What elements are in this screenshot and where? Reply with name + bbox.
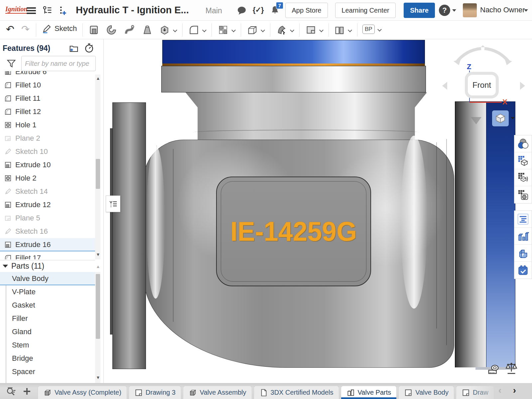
tab-valve-assy-complete[interactable]: Valve Assy (Complete) <box>38 386 127 399</box>
undo-icon[interactable]: ↶ <box>6 23 14 35</box>
part-item[interactable]: Gland <box>0 325 95 338</box>
feature-item[interactable]: Hole 1 <box>0 118 95 132</box>
feature-item[interactable]: Extrude 10 <box>0 158 95 172</box>
valve-top-cap[interactable] <box>162 40 425 64</box>
versions-icon[interactable] <box>42 5 53 16</box>
model-viewport[interactable]: IE-14259G Z X Front <box>104 39 532 383</box>
feature-item[interactable]: Fillet 17 <box>0 251 95 259</box>
configured-parts-button[interactable] <box>514 186 532 203</box>
redo-icon[interactable]: ↷ <box>21 23 30 35</box>
configurations-button[interactable] <box>514 169 532 186</box>
tab-3dx-certified-models[interactable]: 3DX Certified Models <box>254 386 339 399</box>
measure-tape-icon[interactable] <box>487 362 500 375</box>
mirror-tool-button[interactable] <box>334 24 351 36</box>
feature-item[interactable]: Plane 5 <box>0 211 95 225</box>
rotate-down-icon[interactable] <box>471 117 481 124</box>
stopwatch-icon[interactable] <box>84 43 94 53</box>
tab-drawing-3[interactable]: Drawing 3 <box>129 386 181 399</box>
bom-list-button[interactable] <box>514 211 532 228</box>
tab-valve-body[interactable]: Valve Body <box>398 386 454 399</box>
loft-tool-icon[interactable] <box>142 24 153 36</box>
feature-item[interactable]: Hole 2 <box>0 172 95 185</box>
view-mode-dropdown-icon[interactable] <box>511 117 515 119</box>
feature-item[interactable]: Fillet 11 <box>0 92 95 105</box>
main-menu-icon[interactable] <box>27 6 36 15</box>
view-mode-button[interactable] <box>492 110 509 126</box>
tab-valve-parts[interactable]: Valve Parts <box>341 386 397 399</box>
valve-left-flange[interactable] <box>112 102 146 369</box>
sweep-tool-icon[interactable] <box>124 24 135 36</box>
rotate-left-icon[interactable] <box>442 82 447 90</box>
part-item[interactable]: V-Plate <box>0 285 95 299</box>
document-title[interactable]: Hydraulic T - Ignition E... <box>76 5 189 16</box>
part-item[interactable]: Spacer <box>0 365 95 378</box>
workspace-label[interactable]: Main <box>205 6 222 15</box>
feature-item[interactable]: Fillet 12 <box>0 105 95 118</box>
display-states-button[interactable] <box>514 152 532 169</box>
new-folder-icon[interactable] <box>68 43 79 53</box>
part-item[interactable]: Filler <box>0 312 95 325</box>
help-dropdown-caret-icon[interactable] <box>452 9 456 12</box>
revolve-tool-icon[interactable] <box>106 24 117 36</box>
scroll-up-icon[interactable]: ▲ <box>96 264 100 269</box>
mass-scale-icon[interactable] <box>505 361 518 374</box>
learning-center-button[interactable]: Learning Center <box>335 3 396 18</box>
scroll-down-icon[interactable]: ▼ <box>96 375 100 380</box>
rotate-view-arcs-icon[interactable] <box>446 45 519 67</box>
user-name[interactable]: Nacho Owner <box>480 6 525 14</box>
tab-valve-assembly[interactable]: Valve Assembly <box>183 386 252 399</box>
insert-version-icon[interactable] <box>57 5 68 16</box>
features-scrollbar-thumb[interactable] <box>96 159 100 189</box>
extrude-tool-icon[interactable] <box>88 24 100 36</box>
shell-tool-button[interactable] <box>247 24 264 36</box>
feature-item[interactable]: Extrude 12 <box>0 198 95 211</box>
feature-item[interactable]: Plane 2 <box>0 132 95 145</box>
fillet-tool-button[interactable] <box>188 24 206 36</box>
pattern-tool-button[interactable] <box>217 24 235 36</box>
feature-item[interactable]: Fillet 10 <box>0 78 95 92</box>
help-button[interactable]: ? <box>439 5 450 16</box>
part-item[interactable]: Stem <box>0 338 95 352</box>
valve-top-flange[interactable] <box>161 66 426 92</box>
tabs-scroll-right-icon[interactable]: › <box>513 385 516 396</box>
feature-item[interactable]: Sketch 14 <box>0 185 95 198</box>
filter-funnel-icon[interactable] <box>6 59 17 68</box>
add-tab-icon[interactable] <box>22 386 32 396</box>
app-store-button[interactable]: App Store <box>285 3 328 18</box>
appearance-button[interactable] <box>514 135 532 152</box>
ignition-logo[interactable]: Ignition <box>5 5 28 14</box>
user-dropdown-caret-icon[interactable] <box>524 9 528 12</box>
part-item-selected[interactable]: Valve Body <box>0 272 95 285</box>
notifications-bell[interactable]: 7 <box>270 5 280 17</box>
part-item[interactable]: Gasket <box>0 299 95 312</box>
scroll-down-icon[interactable]: ▼ <box>96 252 100 257</box>
parts-section-header[interactable]: Parts (11) <box>0 260 95 272</box>
code-version-icon[interactable]: {✓} <box>253 6 264 14</box>
filter-input[interactable] <box>21 56 96 71</box>
tabs-scroll-left-icon[interactable]: ‹ <box>498 385 501 396</box>
feature-item-selected[interactable]: Extrude 16 <box>0 238 95 251</box>
parts-scrollbar-thumb[interactable] <box>96 274 100 339</box>
feature-item[interactable]: Extrude 6 <box>0 71 95 78</box>
valve-right-flange-blue-face[interactable] <box>486 101 515 367</box>
scroll-up-icon[interactable]: ▲ <box>96 76 100 81</box>
valve-right-flange[interactable] <box>455 101 486 367</box>
part-item[interactable]: Bridge <box>0 352 95 365</box>
feature-list-flyout-toggle[interactable] <box>106 196 120 212</box>
sketch-button[interactable]: Sketch <box>42 24 77 34</box>
parts-overview-button[interactable] <box>514 228 532 245</box>
rotate-right-icon[interactable] <box>520 82 525 90</box>
user-avatar[interactable] <box>463 3 477 17</box>
part-studio-button[interactable] <box>514 245 532 262</box>
view-cube-front[interactable]: Front <box>465 72 499 98</box>
thicken-tool-button[interactable] <box>159 24 177 36</box>
valve-gasket-ring[interactable] <box>162 64 425 66</box>
plane-tool-button[interactable] <box>305 24 323 36</box>
draft-tool-button[interactable] <box>276 24 294 36</box>
nameplate-boss[interactable]: IE-14259G <box>216 177 371 286</box>
feature-item[interactable]: Sketch 16 <box>0 225 95 238</box>
comment-icon[interactable] <box>236 5 247 16</box>
search-tabs-icon[interactable] <box>6 387 17 396</box>
bp-tool-button[interactable]: BP <box>362 25 381 34</box>
share-button[interactable]: Share <box>404 3 435 18</box>
